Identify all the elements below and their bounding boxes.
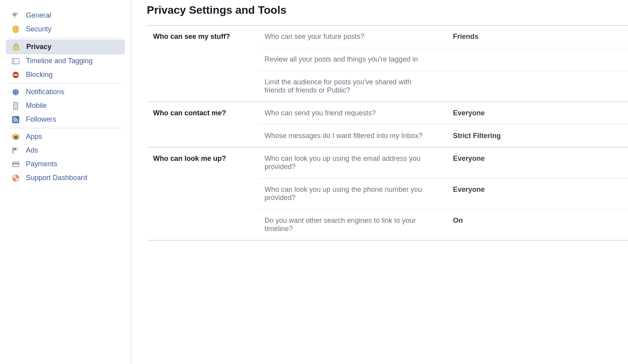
sidebar-item-label: Followers — [26, 115, 119, 124]
section-title: Who can contact me? — [147, 102, 258, 147]
sidebar-item-payments[interactable]: Payments — [9, 157, 122, 171]
sidebar-item-privacy[interactable]: Privacy — [6, 40, 124, 54]
settings-row[interactable]: Who can send you friend requests?Everyon… — [258, 102, 628, 125]
section-title: Who can look me up? — [147, 147, 258, 240]
settings-row[interactable]: Review all your posts and things you're … — [258, 48, 628, 71]
sidebar-item-security[interactable]: Security — [9, 22, 122, 36]
sidebar-item-label: Ads — [26, 146, 119, 155]
sidebar-item-label: Support Dashboard — [26, 174, 119, 182]
row-label: Whose messages do I want filtered into m… — [265, 132, 453, 140]
row-value: Strict Filtering — [453, 132, 555, 140]
sidebar-group: PrivacyTimeline and TaggingBlocking — [9, 38, 122, 84]
sidebar-item-apps[interactable]: Apps — [9, 130, 122, 144]
sidebar-item-label: Timeline and Tagging — [26, 57, 119, 65]
settings-row[interactable]: Limit the audience for posts you've shar… — [258, 71, 628, 102]
block-icon — [12, 71, 20, 79]
row-label: Who can see your future posts? — [265, 33, 453, 41]
row-value: Everyone — [453, 186, 555, 194]
sidebar-item-label: Apps — [26, 133, 119, 141]
settings-row[interactable]: Who can look you up using the email addr… — [258, 147, 628, 178]
layout: GeneralSecurityPrivacyTimeline and Taggi… — [0, 0, 628, 364]
sidebar-item-general[interactable]: General — [9, 9, 122, 22]
section-rows: Who can send you friend requests?Everyon… — [258, 102, 628, 147]
globe-icon — [12, 88, 20, 96]
box-icon — [12, 133, 20, 141]
row-label: Who can look you up using the email addr… — [265, 155, 453, 171]
timeline-icon — [12, 57, 20, 65]
row-value: Friends — [453, 33, 555, 41]
sidebar-item-label: Notifications — [26, 88, 119, 96]
settings-section: Who can look me up?Who can look you up u… — [147, 147, 628, 240]
gear-icon — [12, 12, 20, 20]
section-rows: Who can look you up using the email addr… — [258, 147, 628, 240]
sidebar-group: GeneralSecurity — [9, 7, 122, 38]
sidebar-group: AppsAdsPaymentsSupport Dashboard — [9, 128, 122, 186]
settings-row[interactable]: Whose messages do I want filtered into m… — [258, 125, 628, 147]
row-label: Review all your posts and things you're … — [265, 55, 453, 64]
section-title: Who can see my stuff? — [147, 25, 258, 102]
sidebar-item-label: General — [26, 11, 119, 20]
settings-row[interactable]: Who can see your future posts?Friends — [258, 25, 628, 48]
sidebar-item-support[interactable]: Support Dashboard — [9, 171, 122, 185]
sidebar-item-mobile[interactable]: Mobile — [9, 99, 122, 113]
settings-section: Who can contact me?Who can send you frie… — [147, 102, 628, 147]
badge-icon — [12, 25, 20, 33]
page-title: Privacy Settings and Tools — [147, 4, 628, 25]
settings-row[interactable]: Who can look you up using the phone numb… — [258, 178, 628, 209]
card-icon — [12, 160, 20, 168]
sidebar-item-label: Privacy — [26, 43, 119, 51]
sidebar-item-label: Payments — [26, 160, 119, 168]
sidebar-item-label: Blocking — [26, 71, 119, 79]
privacy-sections: Who can see my stuff?Who can see your fu… — [147, 25, 628, 240]
lock-icon — [12, 43, 20, 51]
sidebar-item-timeline[interactable]: Timeline and Tagging — [9, 54, 122, 68]
row-value: Everyone — [453, 155, 555, 163]
settings-row[interactable]: Do you want other search engines to link… — [258, 209, 628, 240]
rss-icon — [12, 116, 20, 124]
sidebar-group: NotificationsMobileFollowers — [9, 84, 122, 128]
main-content: Privacy Settings and Tools Who can see m… — [131, 0, 628, 364]
flag-icon — [12, 147, 20, 155]
sidebar-item-label: Security — [26, 25, 119, 33]
row-label: Who can look you up using the phone numb… — [265, 186, 453, 202]
sidebar-item-ads[interactable]: Ads — [9, 144, 122, 157]
mobile-icon — [12, 102, 20, 110]
row-label: Limit the audience for posts you've shar… — [265, 78, 453, 95]
row-value: Everyone — [453, 109, 555, 117]
sidebar-item-notifications[interactable]: Notifications — [9, 85, 122, 99]
sidebar-item-blocking[interactable]: Blocking — [9, 68, 122, 82]
settings-sidebar: GeneralSecurityPrivacyTimeline and Taggi… — [0, 0, 131, 364]
lifebuoy-icon — [12, 174, 20, 182]
row-label: Who can send you friend requests? — [265, 109, 453, 117]
sidebar-item-followers[interactable]: Followers — [9, 113, 122, 126]
sidebar-item-label: Mobile — [26, 102, 119, 110]
settings-section: Who can see my stuff?Who can see your fu… — [147, 25, 628, 102]
section-rows: Who can see your future posts?FriendsRev… — [258, 25, 628, 102]
row-value: On — [453, 217, 555, 225]
row-label: Do you want other search engines to link… — [265, 217, 453, 233]
